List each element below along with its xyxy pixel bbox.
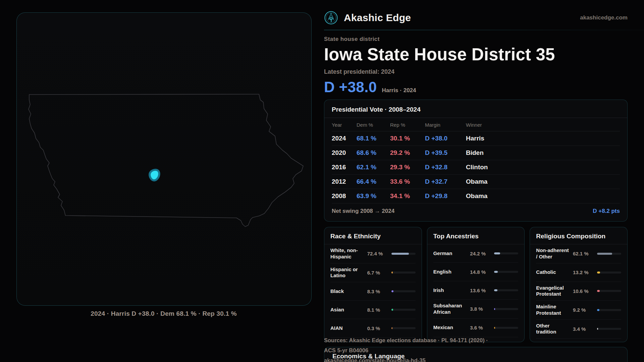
demographic-row: Asian8.1 % (330, 301, 416, 319)
demographic-label: Non-adherent / Other (536, 247, 570, 260)
demographic-bar (494, 252, 518, 254)
demographic-value: 13.6 % (470, 288, 491, 293)
cell-year: 2024 (332, 135, 357, 142)
cell-winner: Obama (466, 178, 620, 185)
demographic-bar-fill (391, 290, 393, 292)
demographic-row: Mainline Protestant9.2 % (536, 301, 621, 320)
demographic-label: Catholic (536, 269, 570, 276)
demographic-bar (597, 290, 621, 292)
demographics-panel-title: Religious Composition (536, 233, 621, 240)
demographic-bar-fill (597, 328, 598, 330)
demographic-bar-fill (391, 253, 409, 255)
demographic-bar (494, 289, 518, 291)
headline-margin-context: Harris · 2024 (382, 87, 416, 94)
col-year: Year (332, 122, 357, 128)
pres-row-2016: 201662.1 %29.3 %D +32.8Clinton (332, 160, 620, 175)
cell-margin: D +39.5 (425, 149, 466, 157)
demographic-label: White, non-Hispanic (330, 247, 365, 260)
demographic-label: Mainline Protestant (536, 304, 570, 316)
cell-margin: D +29.8 (425, 192, 466, 200)
demographics-panel-title: Top Ancestries (433, 233, 519, 240)
demographic-row: Black8.3 % (330, 282, 416, 301)
demographic-value: 3.6 % (470, 325, 491, 330)
demographics-panel-title: Race & Ethnicity (330, 233, 416, 240)
demographic-bar (597, 328, 621, 330)
demographic-bar-fill (494, 271, 498, 273)
district-marker[interactable] (150, 170, 159, 180)
demographic-bar (494, 327, 518, 329)
pres-row-2024: 202468.1 %30.1 %D +38.0Harris (332, 131, 620, 146)
cell-winner: Harris (466, 135, 620, 142)
demographic-bar (597, 272, 621, 274)
cell-rep-pct: 30.1 % (390, 135, 425, 142)
cell-rep-pct: 34.1 % (390, 192, 425, 200)
map-caption: 2024 · Harris D +38.0 · Dem 68.1 % · Rep… (16, 310, 311, 317)
demographic-bar-fill (494, 289, 497, 291)
demographic-row: Irish13.6 % (433, 281, 519, 300)
demographic-bar (494, 308, 518, 310)
demographic-bar (391, 309, 416, 311)
headline-margin-value: D +38.0 (324, 79, 377, 96)
demographic-bar-fill (597, 272, 600, 274)
cell-year: 2020 (332, 149, 357, 157)
demographic-value: 0.3 % (367, 325, 389, 331)
pres-row-2020: 202068.6 %29.2 %D +39.5Biden (332, 146, 620, 160)
demographic-bar-fill (597, 253, 612, 255)
demographic-row: Other tradition3.4 % (536, 320, 621, 339)
demographic-bar-fill (494, 308, 495, 310)
demographic-row: Catholic13.2 % (536, 263, 621, 282)
col-margin: Margin (425, 122, 466, 128)
sources-link[interactable]: akashicedge.com/state-house/ia-hd-35 (324, 357, 426, 362)
demographic-value: 62.1 % (573, 251, 594, 256)
demographic-bar-fill (494, 327, 495, 329)
demographic-bar (597, 253, 621, 255)
sources-note: Sources: Akashic Edge elections database… (324, 335, 492, 362)
demographic-label: Hispanic or Latino (330, 266, 365, 279)
demographic-label: Subsaharan African (433, 303, 468, 315)
demographic-value: 6.7 % (367, 270, 389, 276)
demographic-row: Subsaharan African3.8 % (433, 300, 519, 319)
brand-name: Akashic Edge (344, 12, 580, 23)
demographic-bar (391, 327, 416, 329)
demographic-label: English (433, 269, 468, 275)
demographic-row: English14.8 % (433, 263, 519, 281)
col-rep: Rep % (390, 122, 425, 128)
demographic-bar-fill (597, 309, 599, 311)
demographic-value: 14.8 % (470, 269, 491, 275)
latest-presidential-label: Latest presidential: 2024 (324, 68, 628, 75)
table-header-row: Year Dem % Rep % Margin Winner (332, 118, 620, 131)
demographic-row: German24.2 % (433, 244, 519, 263)
demographic-bar (597, 309, 621, 311)
cell-margin: D +32.8 (425, 164, 466, 171)
net-swing-label: Net swing 2008 → 2024 (332, 208, 394, 215)
demographic-row: Hispanic or Latino6.7 % (330, 263, 416, 283)
demographic-label: German (433, 250, 468, 257)
demographic-row: Mexican3.6 % (433, 319, 519, 337)
demographic-row: AIAN0.3 % (330, 319, 416, 338)
demographic-bar (391, 253, 416, 255)
demographic-label: Irish (433, 287, 468, 294)
demographic-bar (391, 272, 416, 274)
demographic-bar-fill (494, 252, 500, 254)
demographics-panel: Race & EthnicityWhite, non-Hispanic72.4 … (324, 227, 422, 342)
demographic-value: 9.2 % (573, 307, 594, 313)
cell-year: 2008 (332, 192, 357, 200)
demographic-bar (494, 271, 518, 273)
cell-dem-pct: 63.9 % (357, 192, 390, 200)
col-winner: Winner (466, 122, 620, 128)
demographic-value: 8.3 % (367, 289, 389, 294)
demographic-value: 8.1 % (367, 307, 389, 313)
cell-year: 2012 (332, 178, 357, 185)
headline-margin-row: D +38.0 Harris · 2024 (324, 79, 628, 96)
demographic-bar-fill (391, 272, 393, 274)
cell-margin: D +38.0 (425, 135, 466, 142)
pres-row-2012: 201266.4 %33.6 %D +32.7Obama (332, 175, 620, 189)
cell-rep-pct: 33.6 % (390, 178, 425, 185)
demographic-value: 10.6 % (573, 288, 594, 294)
presidential-vote-panel: Presidential Vote · 2008–2024 Year Dem %… (324, 100, 628, 222)
demographic-label: Asian (330, 307, 365, 313)
demographic-label: Other tradition (536, 323, 570, 336)
demographic-label: Black (330, 288, 365, 295)
brand-domain-link[interactable]: akashicedge.com (580, 14, 628, 21)
demographic-row: Non-adherent / Other62.1 % (536, 244, 621, 263)
